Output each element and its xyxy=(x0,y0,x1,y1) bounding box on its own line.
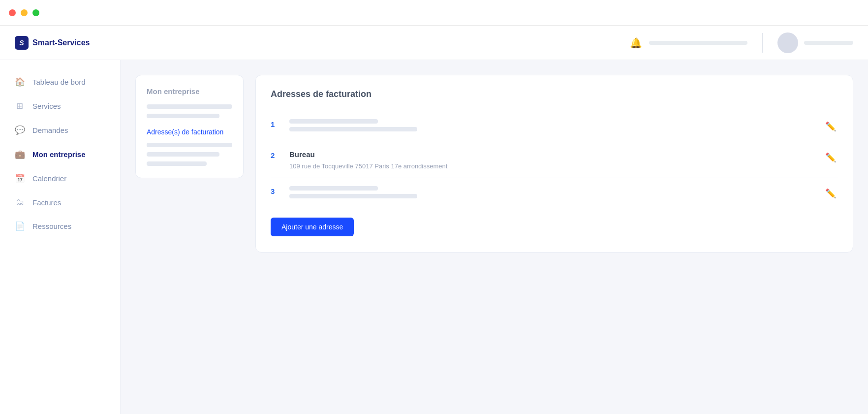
sidebar-label-tableau-de-bord: Tableau de bord xyxy=(32,78,86,86)
sidebar-label-mon-entreprise: Mon entreprise xyxy=(32,150,86,159)
edit-address-2-button[interactable]: ✏️ xyxy=(823,150,838,165)
edit-address-3-button[interactable]: ✏️ xyxy=(823,186,838,201)
billing-link[interactable]: Adresse(s) de facturation xyxy=(147,128,232,136)
logo-text: Smart-Services xyxy=(32,38,90,47)
header-right: 🔔 xyxy=(630,32,853,53)
sidebar-item-ressources[interactable]: 📄 Ressources xyxy=(0,214,120,238)
sidebar-label-services: Services xyxy=(32,102,61,110)
logo-icon: S xyxy=(15,36,29,50)
sidebar: 🏠 Tableau de bord ⊞ Services 💬 Demandes … xyxy=(0,60,121,414)
addr-ph-line-1a xyxy=(289,119,378,124)
sidebar-item-mon-entreprise[interactable]: 💼 Mon entreprise xyxy=(0,142,120,166)
sidebar-item-tableau-de-bord[interactable]: 🏠 Tableau de bord xyxy=(0,70,120,94)
traffic-light-green[interactable] xyxy=(32,9,39,16)
addr-placeholder-1 xyxy=(289,119,814,131)
skeleton-line-3 xyxy=(147,143,232,147)
sidebar-item-services[interactable]: ⊞ Services xyxy=(0,94,120,118)
main-content: Mon entreprise Adresse(s) de facturation… xyxy=(121,60,868,414)
address-content-3 xyxy=(289,186,814,198)
header-divider xyxy=(762,33,763,53)
user-name-placeholder xyxy=(804,41,853,45)
skeleton-line-4 xyxy=(147,152,219,157)
avatar xyxy=(777,32,798,53)
addr-ph-line-3b xyxy=(289,194,417,198)
sidebar-label-ressources: Ressources xyxy=(32,222,71,230)
skeleton-line-2 xyxy=(147,114,219,118)
company-skeleton-bottom xyxy=(147,143,232,166)
skeleton-line-5 xyxy=(147,161,207,166)
user-area xyxy=(777,32,853,53)
bell-icon[interactable]: 🔔 xyxy=(630,37,642,49)
address-content-2: Bureau 109 rue de Tocqueville 75017 Pari… xyxy=(289,150,814,170)
traffic-light-yellow[interactable] xyxy=(21,9,28,16)
address-content-1 xyxy=(289,119,814,131)
billing-card-title: Adresses de facturation xyxy=(271,89,838,99)
company-skeleton-top xyxy=(147,104,232,118)
sidebar-item-calendrier[interactable]: 📅 Calendrier xyxy=(0,166,120,191)
ressources-icon: 📄 xyxy=(15,221,25,231)
title-bar xyxy=(0,0,868,26)
logo[interactable]: S Smart-Services xyxy=(15,36,90,50)
search-bar-placeholder xyxy=(649,41,747,45)
app-body: 🏠 Tableau de bord ⊞ Services 💬 Demandes … xyxy=(0,60,868,414)
sidebar-item-factures[interactable]: 🗂 Factures xyxy=(0,191,120,214)
sidebar-item-demandes[interactable]: 💬 Demandes xyxy=(0,118,120,142)
addr-ph-line-3a xyxy=(289,186,378,191)
app-header: S Smart-Services 🔔 xyxy=(0,26,868,60)
sidebar-label-demandes: Demandes xyxy=(32,126,68,134)
company-card: Mon entreprise Adresse(s) de facturation xyxy=(135,75,244,178)
address-entry-3: 3 ✏️ xyxy=(271,178,838,209)
address-detail-2: 109 rue de Tocqueville 75017 Paris 17e a… xyxy=(289,162,814,170)
company-card-title: Mon entreprise xyxy=(147,87,232,96)
factures-icon: 🗂 xyxy=(15,197,25,207)
header-search-area: 🔔 xyxy=(630,37,747,49)
home-icon: 🏠 xyxy=(15,77,25,87)
address-entry-2: 2 Bureau 109 rue de Tocqueville 75017 Pa… xyxy=(271,142,838,178)
edit-address-1-button[interactable]: ✏️ xyxy=(823,119,838,134)
traffic-light-red[interactable] xyxy=(9,9,16,16)
services-icon: ⊞ xyxy=(15,101,25,111)
skeleton-line-1 xyxy=(147,104,232,109)
addr-placeholder-3 xyxy=(289,186,814,198)
demandes-icon: 💬 xyxy=(15,125,25,135)
address-entry-1: 1 ✏️ xyxy=(271,111,838,142)
address-number-2: 2 xyxy=(271,151,280,159)
calendrier-icon: 📅 xyxy=(15,173,25,184)
entreprise-icon: 💼 xyxy=(15,149,25,159)
add-address-button[interactable]: Ajouter une adresse xyxy=(271,218,354,236)
address-name-2: Bureau xyxy=(289,150,814,159)
sidebar-label-factures: Factures xyxy=(32,198,61,207)
addr-ph-line-1b xyxy=(289,127,417,131)
address-number-1: 1 xyxy=(271,120,280,128)
billing-card: Adresses de facturation 1 ✏️ 2 Bureau 10… xyxy=(255,75,853,253)
sidebar-label-calendrier: Calendrier xyxy=(32,174,66,183)
address-number-3: 3 xyxy=(271,187,280,195)
